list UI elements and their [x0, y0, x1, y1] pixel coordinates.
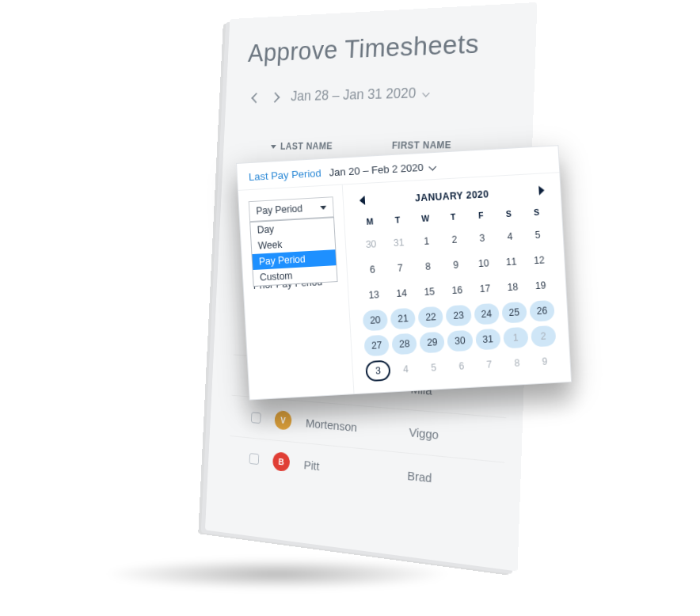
col-first-name[interactable]: First Name — [392, 139, 452, 151]
calendar-day[interactable]: 21 — [390, 308, 417, 330]
calendar-day[interactable]: 22 — [418, 306, 444, 329]
page-title: Approve Timesheets — [247, 26, 520, 68]
prev-icon[interactable] — [251, 93, 261, 103]
chevron-down-icon — [428, 163, 436, 171]
date-range-button[interactable]: Jan 28 – Jan 31 2020 — [291, 85, 429, 105]
calendar-day[interactable]: 23 — [446, 305, 472, 327]
calendar-day[interactable]: 30 — [358, 234, 384, 256]
period-select-value: Pay Period — [256, 203, 302, 216]
calendar-day[interactable]: 9 — [443, 254, 469, 276]
chevron-down-icon — [422, 89, 429, 97]
calendar-day[interactable]: 6 — [360, 259, 386, 281]
calendar-day[interactable]: 6 — [448, 356, 474, 378]
triangle-left-icon — [360, 196, 366, 205]
calendar-day[interactable]: 4 — [497, 226, 523, 248]
date-picker-popover: Last Pay Period Jan 20 – Feb 2 2020 Pay … — [236, 145, 572, 400]
calendar-day[interactable]: 18 — [500, 276, 526, 298]
dow-label: T — [440, 211, 466, 226]
dropdown-icon — [320, 205, 326, 209]
calendar-day[interactable]: 30 — [447, 330, 474, 352]
dow-label: W — [413, 213, 438, 227]
calendar-day[interactable]: 5 — [420, 357, 447, 379]
triangle-right-icon — [538, 185, 545, 195]
row-checkbox[interactable] — [251, 412, 261, 424]
row-checkbox[interactable] — [249, 453, 260, 465]
calendar-title: JANUARY 2020 — [415, 188, 489, 203]
dow-label: S — [496, 208, 521, 222]
last-name: Pitt — [303, 458, 392, 481]
calendar-day[interactable]: 5 — [525, 224, 551, 246]
avatar: V — [274, 410, 291, 431]
calendar-day[interactable]: 7 — [387, 257, 413, 279]
calendar-day[interactable]: 11 — [499, 251, 525, 273]
col-last-name[interactable]: Last Name — [271, 140, 371, 152]
next-icon[interactable] — [270, 92, 280, 102]
first-name: Viggo — [409, 424, 439, 441]
calendar-day[interactable]: 2 — [531, 325, 557, 348]
calendar-day[interactable]: 13 — [361, 284, 387, 306]
calendar-day[interactable]: 1 — [503, 327, 529, 349]
calendar: JANUARY 2020 MTWTFSS30311234567891011121… — [343, 173, 571, 394]
calendar-day[interactable]: 31 — [386, 232, 412, 254]
calendar-day[interactable]: 8 — [504, 352, 531, 375]
calendar-day[interactable]: 26 — [529, 300, 555, 322]
calendar-day[interactable]: 12 — [527, 249, 553, 272]
calendar-day[interactable]: 8 — [415, 256, 441, 278]
dow-label: F — [468, 210, 493, 224]
calendar-day[interactable]: 7 — [477, 354, 503, 376]
calendar-day[interactable]: 15 — [417, 281, 443, 303]
popover-side: Pay Period DayWeekPay PeriodCustom Prior… — [238, 185, 355, 400]
avatar: B — [272, 451, 290, 472]
dow-label: S — [524, 207, 550, 221]
popover-range-label: Jan 20 – Feb 2 2020 — [329, 162, 424, 179]
calendar-day[interactable]: 2 — [442, 229, 468, 251]
period-select[interactable]: Pay Period DayWeekPay PeriodCustom — [249, 196, 334, 222]
calendar-day[interactable]: 31 — [475, 329, 501, 351]
dow-label: T — [385, 215, 410, 229]
calendar-day[interactable]: 3 — [365, 360, 391, 382]
cal-next-month[interactable] — [535, 183, 548, 200]
calendar-day[interactable]: 4 — [393, 359, 419, 381]
sort-icon — [271, 145, 276, 149]
calendar-day[interactable]: 25 — [501, 302, 527, 324]
calendar-day[interactable]: 3 — [470, 227, 496, 249]
last-pay-period-label: Last Pay Period — [249, 167, 321, 183]
first-name: Brad — [407, 468, 432, 485]
calendar-day[interactable]: 27 — [363, 335, 390, 357]
calendar-day[interactable]: 10 — [470, 253, 496, 275]
cal-prev-month[interactable] — [356, 193, 368, 210]
calendar-day[interactable]: 16 — [444, 279, 470, 302]
calendar-day[interactable]: 1 — [413, 230, 439, 253]
calendar-day[interactable]: 14 — [389, 283, 415, 305]
dow-label: M — [357, 216, 382, 230]
calendar-day[interactable]: 29 — [420, 332, 446, 354]
popover-range-button[interactable]: Jan 20 – Feb 2 2020 — [329, 161, 436, 178]
period-select-list: DayWeekPay PeriodCustom — [249, 217, 337, 287]
calendar-day[interactable]: 19 — [527, 275, 554, 297]
card-shadow — [32, 554, 523, 594]
last-name: Mortenson — [306, 416, 394, 437]
calendar-day[interactable]: 20 — [363, 310, 389, 332]
calendar-day[interactable]: 28 — [392, 333, 418, 356]
date-nav: Jan 28 – Jan 31 2020 — [245, 82, 518, 106]
calendar-day[interactable]: 24 — [474, 303, 500, 325]
date-range-label: Jan 28 – Jan 31 2020 — [291, 86, 417, 105]
calendar-day[interactable]: 9 — [532, 351, 558, 373]
calendar-day[interactable]: 17 — [472, 278, 498, 300]
